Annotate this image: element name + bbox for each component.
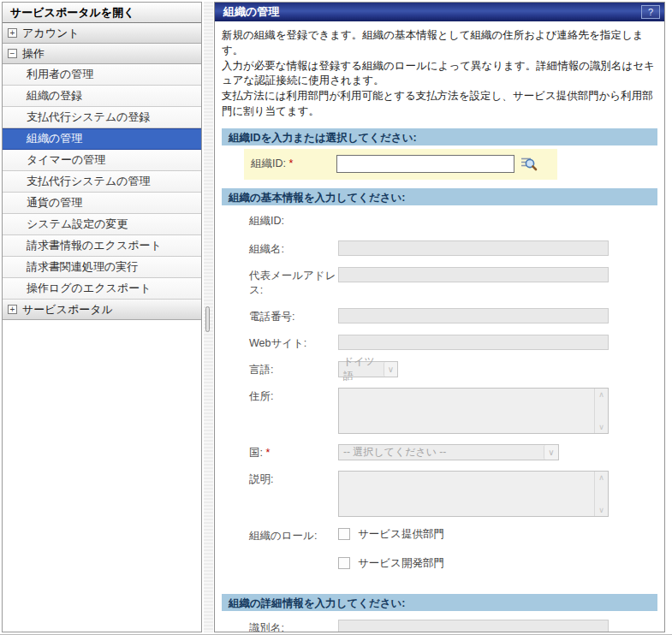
form-row-country: 国: * -- 選択してください -- ∨: [249, 444, 657, 460]
form-row-email: 代表メールアドレス:: [249, 267, 657, 298]
section-header-select-org-id: 組織IDを入力または選択してください:: [222, 128, 657, 145]
sidebar-header-open-service-portal[interactable]: サービスポータルを開く: [3, 3, 201, 23]
form-row-distinguished-name: 識別名:: [249, 620, 657, 633]
email-label: 代表メールアドレス:: [249, 267, 338, 298]
sidebar-item-payment-system-management[interactable]: 支払代行システムの管理: [3, 171, 201, 193]
required-asterisk: *: [265, 447, 270, 459]
sidebar-group-label: 操作: [22, 46, 45, 62]
language-select: ドイツ語 ∨: [338, 361, 398, 377]
scroll-down-icon: ∨: [598, 506, 604, 514]
panel-splitter[interactable]: [204, 2, 213, 632]
form-row-org-name: 組織名:: [249, 240, 657, 257]
website-input: [338, 335, 609, 350]
address-textarea: ∧ ∨: [338, 388, 609, 434]
description-label: 説明:: [249, 471, 338, 487]
language-label: 言語:: [249, 361, 338, 377]
scrollbar: ∧ ∨: [594, 472, 608, 516]
sidebar-item-currency-management[interactable]: 通貨の管理: [3, 193, 201, 214]
distinguished-name-label: 識別名:: [249, 620, 338, 633]
expand-plus-icon[interactable]: +: [8, 28, 17, 38]
phone-input: [338, 308, 609, 323]
org-name-label: 組織名:: [249, 240, 338, 257]
checkbox-label: サービス提供部門: [358, 527, 444, 542]
sidebar-item-user-management[interactable]: 利用者の管理: [3, 64, 201, 86]
chevron-down-icon: ∨: [384, 362, 397, 377]
expand-plus-icon[interactable]: +: [8, 305, 17, 314]
checkbox-label: サービス開発部門: [358, 556, 444, 571]
sidebar-item-payment-system-registration[interactable]: 支払代行システムの登録: [3, 107, 201, 128]
sidebar-item-invoice-info-export[interactable]: 請求書情報のエクスポート: [3, 235, 201, 257]
form-row-phone: 電話番号:: [249, 308, 657, 324]
form-row-website: Webサイト:: [249, 335, 657, 351]
language-selected-value: ドイツ語: [343, 354, 384, 383]
panel-titlebar: 組織の管理 ?: [215, 3, 664, 21]
distinguished-name-input: [338, 620, 609, 633]
sidebar-group-service-portal[interactable]: + サービスポータル: [3, 300, 201, 320]
form-row-org-id-display: 組織ID:: [249, 212, 657, 228]
description-line: 支払方法には利用部門が利用可能とする支払方法を設定し、サービス提供部門から利用部…: [222, 89, 657, 120]
splitter-handle-icon[interactable]: [205, 306, 210, 332]
form-row-address: 住所: ∧ ∨: [249, 388, 657, 434]
org-id-select-row: 組織ID: *: [244, 149, 557, 180]
section-header-basic-info: 組織の基本情報を入力してください:: [222, 188, 657, 205]
org-id-lookup-button[interactable]: [519, 155, 538, 174]
service-developer-checkbox[interactable]: [338, 557, 350, 569]
main-panel: 組織の管理 ? 新規の組織を登録できます。組織の基本情報として組織の住所および連…: [214, 2, 665, 632]
section-header-detail-info: 組織の詳細情報を入力してください:: [222, 594, 657, 611]
search-icon: [520, 163, 538, 175]
org-roles-options: サービス提供部門 サービス開発部門: [338, 527, 444, 585]
country-label: 国: *: [249, 444, 338, 460]
collapse-minus-icon[interactable]: −: [8, 49, 17, 58]
email-input: [338, 267, 609, 282]
help-button[interactable]: ?: [641, 5, 660, 19]
chevron-down-icon: ∨: [544, 445, 558, 460]
role-option-provider: サービス提供部門: [338, 527, 444, 542]
description-line: 入力が必要な情報は登録する組織のロールによって異なります。詳細情報の識別名はセキ…: [222, 59, 657, 90]
org-id-input[interactable]: [336, 155, 514, 173]
sidebar-item-operation-log-export[interactable]: 操作ログのエクスポート: [3, 278, 201, 300]
scroll-down-icon: ∨: [598, 423, 604, 431]
org-id-display-label: 組織ID:: [249, 212, 338, 228]
website-label: Webサイト:: [249, 335, 338, 351]
country-selected-value: -- 選択してください --: [343, 445, 446, 460]
page: サービスポータルを開く + アカウント − 操作 利用者の管理 組織の登録 支払…: [0, 0, 672, 635]
sidebar-item-org-registration[interactable]: 組織の登録: [3, 86, 201, 107]
sidebar-group-label: サービスポータル: [22, 302, 113, 318]
org-roles-label: 組織のロール:: [249, 527, 338, 543]
sidebar-item-system-settings[interactable]: システム設定の変更: [3, 214, 201, 235]
scroll-up-icon: ∧: [598, 390, 604, 399]
sidebar: サービスポータルを開く + アカウント − 操作 利用者の管理 組織の登録 支払…: [2, 2, 202, 632]
address-label: 住所:: [249, 388, 338, 404]
country-select: -- 選択してください -- ∨: [338, 444, 559, 460]
sidebar-item-org-management[interactable]: 組織の管理: [3, 128, 201, 150]
sidebar-group-operations[interactable]: − 操作: [3, 44, 201, 64]
page-description: 新規の組織を登録できます。組織の基本情報として組織の住所および連絡先を指定します…: [222, 28, 657, 120]
sidebar-group-account[interactable]: + アカウント: [3, 23, 201, 44]
sidebar-item-invoice-processing[interactable]: 請求書関連処理の実行: [3, 257, 201, 278]
description-line: 新規の組織を登録できます。組織の基本情報として組織の住所および連絡先を指定します…: [222, 28, 657, 59]
required-asterisk: *: [288, 157, 293, 169]
panel-content: 新規の組織を登録できます。組織の基本情報として組織の住所および連絡先を指定します…: [215, 21, 664, 632]
org-name-input: [338, 240, 609, 256]
description-textarea: ∧ ∨: [338, 471, 609, 517]
form-row-description: 説明: ∧ ∨: [249, 471, 657, 517]
scrollbar: ∧ ∨: [594, 389, 608, 433]
org-id-label: 組織ID: *: [251, 157, 336, 171]
sidebar-item-timer-management[interactable]: タイマーの管理: [3, 150, 201, 171]
form-row-org-roles: 組織のロール: サービス提供部門 サービス開発部門: [249, 527, 657, 585]
scroll-up-icon: ∧: [598, 473, 604, 482]
service-provider-checkbox[interactable]: [338, 528, 350, 540]
page-title: 組織の管理: [223, 4, 641, 20]
phone-label: 電話番号:: [249, 308, 338, 324]
sidebar-group-label: アカウント: [22, 26, 80, 41]
role-option-developer: サービス開発部門: [338, 556, 444, 571]
form-row-language: 言語: ドイツ語 ∨: [249, 361, 657, 377]
